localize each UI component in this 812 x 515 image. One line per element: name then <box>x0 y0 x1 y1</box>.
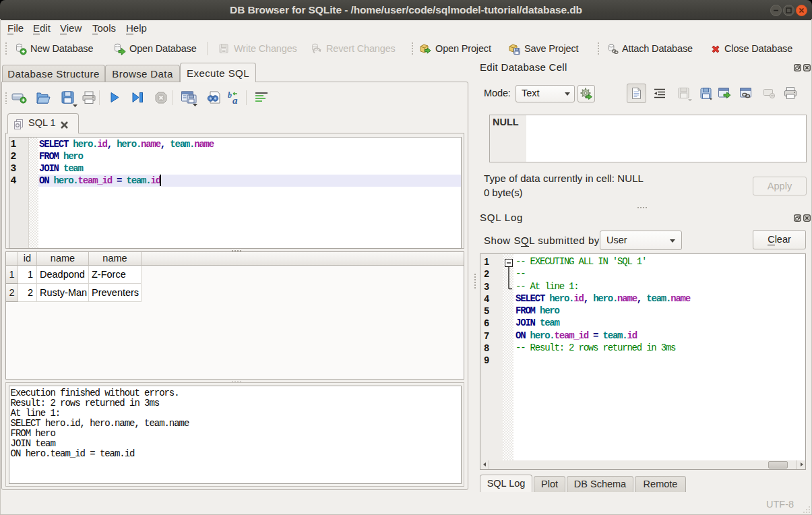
svg-text:b: b <box>228 90 232 100</box>
svg-text:a: a <box>232 95 238 106</box>
